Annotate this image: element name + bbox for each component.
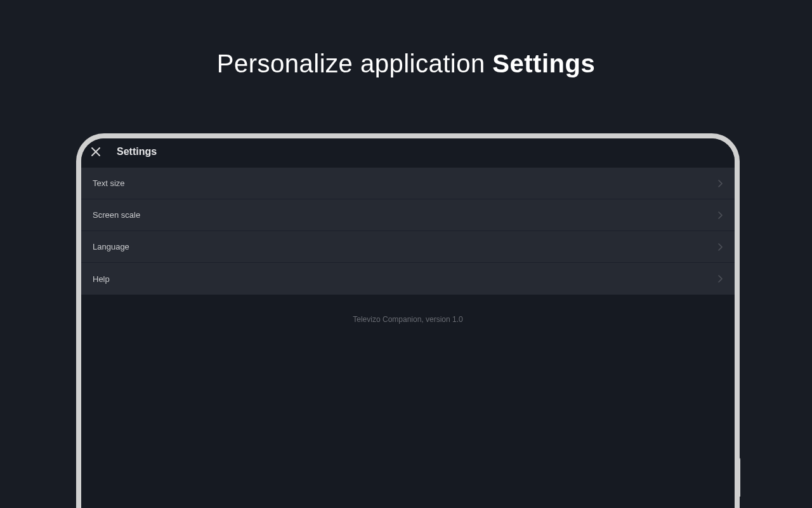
tablet-frame: Settings Text size Screen scale Language <box>76 133 740 508</box>
marketing-heading: Personalize application Settings <box>0 0 812 78</box>
settings-item-label: Text size <box>93 178 125 188</box>
version-text: Televizo Companion, version 1.0 <box>81 315 735 324</box>
tablet-screen: Settings Text size Screen scale Language <box>81 138 735 508</box>
chevron-right-icon <box>717 211 723 220</box>
settings-item-label: Language <box>93 242 129 251</box>
settings-item-text-size[interactable]: Text size <box>81 168 735 199</box>
marketing-heading-bold: Settings <box>492 50 595 77</box>
settings-list: Text size Screen scale Language Help <box>81 168 735 295</box>
tablet-side-button <box>735 457 740 497</box>
app-header: Settings <box>81 138 735 168</box>
settings-item-help[interactable]: Help <box>81 263 735 295</box>
marketing-heading-prefix: Personalize application <box>217 50 492 77</box>
close-icon[interactable] <box>90 146 102 157</box>
chevron-right-icon <box>717 243 723 251</box>
settings-item-label: Screen scale <box>93 210 140 220</box>
settings-item-label: Help <box>93 274 110 284</box>
page-title: Settings <box>117 146 157 157</box>
settings-item-language[interactable]: Language <box>81 231 735 263</box>
settings-item-screen-scale[interactable]: Screen scale <box>81 199 735 231</box>
chevron-right-icon <box>717 274 723 283</box>
chevron-right-icon <box>717 179 723 188</box>
